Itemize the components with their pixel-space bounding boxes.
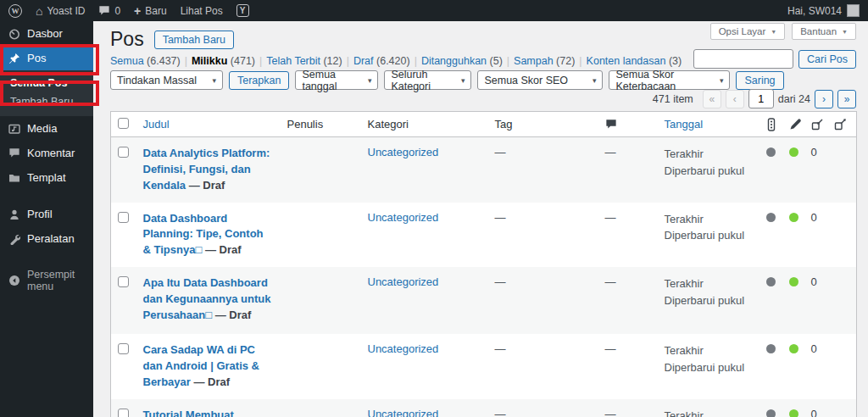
row-checkbox[interactable] — [118, 212, 129, 223]
items-count: 471 item — [653, 93, 693, 105]
column-header-outgoing-links — [827, 112, 857, 137]
wrench-icon — [8, 233, 20, 245]
view-trash[interactable]: Sampah (72) — [514, 55, 587, 67]
user-greeting[interactable]: Hai, SW014 — [787, 5, 842, 17]
sidebar-item-posts[interactable]: Pos — [0, 46, 93, 70]
readability-filter-select[interactable]: Semua Skor Keterbacaan ▾ — [609, 70, 730, 90]
avatar[interactable] — [847, 4, 860, 17]
date-cell: Terakhir Diperbarui pukul — [658, 203, 760, 268]
seo-score-filter-select[interactable]: Semua Skor SEO ▾ — [477, 70, 603, 90]
column-header-date[interactable]: Tanggal — [658, 112, 760, 137]
comments-admin-link[interactable]: 0 — [98, 5, 120, 17]
row-checkbox[interactable] — [118, 276, 129, 287]
new-content-link[interactable]: + Baru — [134, 5, 167, 17]
seo-score-dot — [766, 344, 776, 353]
category-link[interactable]: Uncategorized — [368, 342, 439, 355]
view-cornerstone[interactable]: Konten landasan (3) — [587, 55, 682, 67]
readability-score-dot — [789, 344, 798, 353]
category-link[interactable]: Uncategorized — [368, 408, 439, 417]
sidebar-item-profile[interactable]: Profil — [0, 202, 93, 226]
post-title-link[interactable]: Apa Itu Data Dashboard dan Kegunaannya u… — [143, 276, 271, 321]
sidebar-item-tools[interactable]: Peralatan — [0, 226, 93, 251]
plus-icon: + — [134, 5, 141, 17]
select-all-checkbox[interactable] — [118, 118, 129, 129]
sidebar-item-dashboard[interactable]: Dasbor — [0, 21, 93, 46]
column-header-title[interactable]: Judul — [136, 112, 281, 137]
view-post-link[interactable]: Lihat Pos — [181, 5, 223, 17]
filter-button[interactable]: Saring — [736, 71, 783, 90]
total-pages-label: dari 24 — [778, 93, 810, 105]
category-link[interactable]: Uncategorized — [368, 146, 439, 158]
sidebar-item-media[interactable]: Media — [0, 116, 93, 141]
menu-separator — [0, 190, 93, 202]
row-checkbox[interactable] — [118, 409, 129, 417]
readability-score-dot — [789, 213, 798, 222]
incoming-links-icon — [811, 118, 824, 131]
search-box: Cari Pos — [693, 49, 856, 69]
collapse-menu-button[interactable]: Persempit menu — [0, 263, 93, 298]
post-title-link[interactable]: Tutorial Membuat Google Form untuk Berba… — [143, 409, 254, 417]
comments-cell: — — [605, 342, 616, 355]
table-header-row: Judul Penulis Kategori Tag Tanggal — [111, 112, 857, 137]
search-posts-input[interactable] — [693, 49, 793, 69]
site-name-label: Yoast ID — [47, 5, 85, 17]
admin-sidebar: Dasbor Pos Semua Pos Tambah Baru Media K… — [0, 21, 93, 417]
view-mine[interactable]: Milikku (471) — [192, 55, 266, 67]
screen-meta: Opsi Layar ▼ Bantuan ▼ — [710, 23, 856, 40]
tags-cell: — — [495, 275, 506, 288]
yoast-admin-menu[interactable]: Y — [236, 4, 249, 17]
category-link[interactable]: Uncategorized — [368, 211, 439, 224]
view-draft[interactable]: Draf (6.420) — [353, 55, 421, 67]
column-header-comments — [598, 112, 658, 137]
new-label: Baru — [145, 5, 166, 17]
add-new-post-button[interactable]: Tambah Baru — [154, 31, 234, 49]
last-page-button[interactable]: » — [837, 90, 856, 108]
author-cell — [281, 267, 361, 334]
yoast-icon: Y — [236, 4, 249, 17]
comment-bubble-icon — [605, 119, 617, 130]
view-published[interactable]: Telah Terbit (12) — [266, 55, 353, 67]
post-state: — Draf — [189, 179, 225, 192]
row-checkbox[interactable] — [118, 343, 129, 354]
date-cell: Terakhir Diperbarui pukul — [658, 334, 760, 399]
bulk-actions-select[interactable]: Tindakan Massal ▾ — [110, 70, 223, 90]
heading-row: Pos Tambah Baru — [110, 28, 234, 51]
home-icon: ⌂ — [36, 5, 42, 17]
post-row: Apa Itu Data Dashboard dan Kegunaannya u… — [111, 267, 857, 334]
apply-button[interactable]: Terapkan — [229, 71, 289, 90]
sidebar-item-templates[interactable]: Templat — [0, 165, 93, 190]
post-title-link[interactable]: Data Dashboard Planning: Tipe, Contoh & … — [143, 212, 264, 257]
wordpress-logo-menu[interactable]: W — [8, 4, 22, 18]
search-posts-button[interactable]: Cari Pos — [798, 50, 856, 69]
sidebar-item-all-posts[interactable]: Semua Pos — [0, 74, 93, 92]
pagination: 471 item « ‹ dari 24 › » — [653, 89, 856, 108]
date-filter-select[interactable]: Semua tanggal ▾ — [295, 70, 378, 90]
links-count: 0 — [811, 408, 817, 417]
screen-options-label: Opsi Layar — [719, 26, 766, 36]
seo-traffic-light-icon — [766, 118, 776, 131]
comments-cell: — — [605, 275, 616, 288]
tags-cell: — — [495, 408, 506, 417]
date-cell: Terakhir Diperbarui pukul — [658, 399, 760, 417]
category-filter-select[interactable]: Seluruh Kategori ▾ — [384, 70, 471, 90]
post-state: — Draf — [194, 375, 231, 388]
post-row: Data Dashboard Planning: Tipe, Contoh & … — [111, 203, 857, 268]
pushpin-icon — [8, 53, 20, 64]
screen-options-button[interactable]: Opsi Layar ▼ — [710, 23, 786, 40]
chevron-down-icon: ▾ — [593, 76, 597, 85]
prev-page-button[interactable]: ‹ — [726, 90, 744, 108]
column-header-seo-score — [760, 112, 782, 137]
sidebar-item-comments[interactable]: Komentar — [0, 141, 93, 165]
sidebar-item-add-new[interactable]: Tambah Baru — [0, 92, 93, 111]
help-button[interactable]: Bantuan ▼ — [792, 23, 856, 40]
site-name-link[interactable]: ⌂ Yoast ID — [36, 5, 85, 17]
next-page-button[interactable]: › — [815, 90, 833, 108]
comments-icon — [8, 147, 20, 158]
row-checkbox[interactable] — [118, 147, 129, 158]
first-page-button[interactable]: « — [703, 90, 721, 108]
chevron-down-icon: ▾ — [212, 76, 216, 85]
category-link[interactable]: Uncategorized — [368, 275, 439, 288]
view-pending[interactable]: Ditangguhkan (5) — [421, 55, 514, 67]
current-page-input[interactable] — [748, 89, 774, 108]
view-all[interactable]: Semua (6.437) — [110, 55, 192, 67]
